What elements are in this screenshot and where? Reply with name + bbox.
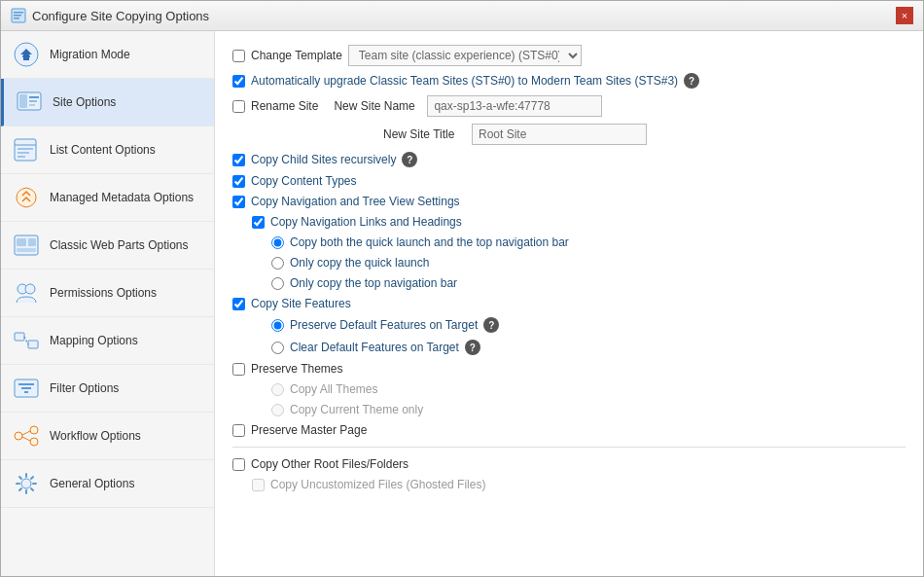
copy-other-root-label[interactable]: Copy Other Root Files/Folders [251,457,409,471]
copy-uncustomized-checkbox[interactable] [252,479,265,491]
auto-upgrade-row: Automatically upgrade Classic Team Sites… [232,73,906,89]
copy-all-themes-label[interactable]: Copy All Themes [290,382,378,396]
copy-navigation-checkbox[interactable] [232,196,245,208]
close-button[interactable]: × [896,7,913,24]
sidebar-label-general: General Options [50,477,134,490]
sidebar-item-migration-mode[interactable]: Migration Mode [1,31,214,79]
new-site-title-input[interactable] [472,124,647,145]
svg-point-20 [25,284,35,294]
preserve-themes-label[interactable]: Preserve Themes [251,362,342,376]
auto-upgrade-checkbox[interactable] [232,75,245,88]
sidebar-label-managed-metadata: Managed Metadata Options [50,191,194,204]
sidebar: Migration Mode Site Options [1,31,215,576]
preserve-features-help-icon[interactable]: ? [483,317,499,333]
svg-rect-22 [28,341,38,348]
rename-site-label[interactable]: Rename Site [251,99,318,113]
svg-point-28 [30,426,38,434]
site-options-icon [16,89,43,116]
svg-point-27 [15,432,22,440]
change-template-label[interactable]: Change Template [251,49,342,62]
mapping-icon [13,327,40,354]
auto-upgrade-label[interactable]: Automatically upgrade Classic Team Sites… [251,74,678,88]
copy-nav-links-checkbox[interactable] [252,216,265,229]
list-content-icon [13,136,40,163]
copy-current-theme-label[interactable]: Copy Current Theme only [290,403,423,416]
svg-point-30 [21,479,31,488]
dialog-icon [11,8,26,23]
sidebar-item-mapping[interactable]: Mapping Options [1,317,214,365]
change-template-row: Change Template Team site (classic exper… [232,45,906,66]
new-site-name-input[interactable] [427,95,602,117]
change-template-dropdown[interactable]: Team site (classic experience) (STS#0) [348,45,582,66]
sidebar-item-permissions[interactable]: Permissions Options [1,270,214,317]
copy-site-features-checkbox[interactable] [232,298,245,310]
sidebar-item-managed-metadata[interactable]: Managed Metadata Options [1,174,214,222]
sidebar-label-site-options: Site Options [53,95,116,109]
clear-features-help-icon[interactable]: ? [465,340,480,355]
sidebar-item-workflow[interactable]: Workflow Options [1,413,214,460]
copy-both-nav-label[interactable]: Copy both the quick launch and the top n… [290,235,569,249]
managed-metadata-icon [13,184,40,211]
sidebar-item-filter[interactable]: Filter Options [1,365,214,413]
copy-uncustomized-label[interactable]: Copy Uncustomized Files (Ghosted Files) [270,478,485,491]
copy-content-types-checkbox[interactable] [232,175,245,188]
sidebar-item-site-options[interactable]: Site Options [1,79,214,126]
copy-quick-launch-label[interactable]: Only copy the quick launch [290,256,429,270]
general-options-icon [13,470,40,497]
clear-default-features-label[interactable]: Clear Default Features on Target [290,341,459,354]
preserve-default-features-radio[interactable] [271,319,284,332]
copy-top-nav-row: Only copy the top navigation bar [271,276,906,290]
sidebar-label-classic-web-parts: Classic Web Parts Options [50,238,189,252]
copy-nav-links-label[interactable]: Copy Navigation Links and Headings [270,215,462,229]
svg-rect-13 [18,152,29,154]
svg-rect-6 [19,94,27,108]
sidebar-item-classic-web-parts[interactable]: Classic Web Parts Options [1,222,214,270]
copy-other-root-row: Copy Other Root Files/Folders [232,457,906,471]
sidebar-label-mapping: Mapping Options [50,334,138,347]
sidebar-item-general[interactable]: General Options [1,460,214,508]
svg-rect-18 [17,248,36,252]
copy-uncustomized-row: Copy Uncustomized Files (Ghosted Files) [252,478,906,491]
copy-quick-launch-radio[interactable] [271,257,284,270]
auto-upgrade-help-icon[interactable]: ? [684,73,699,89]
copy-content-types-row: Copy Content Types [232,174,906,188]
classic-web-parts-icon [13,232,40,259]
preserve-master-page-label[interactable]: Preserve Master Page [251,423,367,437]
copy-site-features-row: Copy Site Features [232,297,906,310]
clear-default-features-radio[interactable] [271,342,284,354]
preserve-themes-row: Preserve Themes [232,362,906,376]
new-site-title-label: New Site Title [383,127,466,141]
copy-current-theme-radio[interactable] [271,404,284,416]
svg-point-29 [30,438,38,446]
copy-other-root-checkbox[interactable] [232,458,245,471]
svg-rect-21 [15,333,24,341]
copy-navigation-label[interactable]: Copy Navigation and Tree View Settings [251,195,460,208]
copy-child-sites-checkbox[interactable] [232,154,245,166]
preserve-master-page-checkbox[interactable] [232,424,245,437]
preserve-default-features-label[interactable]: Preserve Default Features on Target [290,318,478,332]
main-content: Change Template Team site (classic exper… [215,31,923,576]
sidebar-label-workflow: Workflow Options [50,429,141,443]
preserve-master-page-row: Preserve Master Page [232,423,906,437]
sidebar-item-list-content-options[interactable]: List Content Options [1,126,214,174]
copy-child-sites-row: Copy Child Sites recursively ? [232,152,906,167]
copy-top-nav-radio[interactable] [271,277,284,290]
copy-both-nav-radio[interactable] [271,236,284,249]
rename-site-checkbox[interactable] [232,100,245,113]
new-site-title-row: New Site Title [383,124,906,145]
svg-rect-3 [14,18,19,19]
svg-rect-16 [17,238,26,246]
copy-child-sites-label[interactable]: Copy Child Sites recursively [251,153,396,166]
change-template-checkbox[interactable] [232,50,245,62]
copy-site-features-label[interactable]: Copy Site Features [251,297,351,310]
svg-rect-12 [18,148,33,150]
copy-top-nav-label[interactable]: Only copy the top navigation bar [290,276,457,290]
copy-content-types-label[interactable]: Copy Content Types [251,174,357,188]
preserve-themes-checkbox[interactable] [232,363,245,376]
copy-current-theme-row: Copy Current Theme only [271,403,906,416]
rename-site-row: Rename Site New Site Name [232,95,906,117]
copy-child-help-icon[interactable]: ? [402,152,417,167]
sidebar-label-permissions: Permissions Options [50,286,157,300]
copy-all-themes-radio[interactable] [271,383,284,396]
permissions-icon [13,279,40,307]
